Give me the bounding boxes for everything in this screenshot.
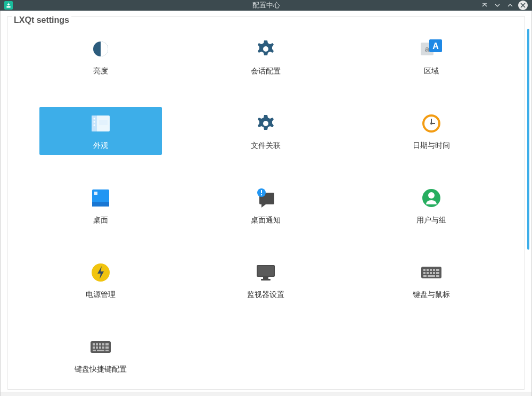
settings-item-datetime[interactable]: 日期与时间 <box>370 107 493 155</box>
power-icon <box>88 260 113 285</box>
keyboard-icon <box>88 335 113 359</box>
svg-rect-46 <box>436 272 439 274</box>
settings-group: LXQt settings 亮度会话配置aA区域外观文件关联日期与时间桌面桌面通… <box>7 16 525 390</box>
svg-rect-49 <box>436 275 439 277</box>
window-body: LXQt settings 亮度会话配置aA区域外观文件关联日期与时间桌面桌面通… <box>0 11 532 396</box>
settings-item-keyboard-mouse[interactable]: 键盘与鼠标 <box>370 256 493 304</box>
settings-item-label: 区域 <box>424 67 439 76</box>
svg-point-13 <box>94 125 95 126</box>
app-icon <box>3 0 14 11</box>
svg-rect-60 <box>105 346 109 349</box>
desktop-icon <box>88 186 113 210</box>
svg-point-16 <box>263 121 268 126</box>
monitor-icon <box>253 260 278 285</box>
svg-rect-44 <box>430 272 432 274</box>
svg-rect-58 <box>99 346 101 349</box>
keyboard-icon <box>419 260 444 285</box>
settings-item-label: 用户与组 <box>416 216 446 225</box>
svg-rect-62 <box>97 350 104 351</box>
svg-rect-55 <box>105 343 109 345</box>
window-close-button[interactable] <box>518 1 528 10</box>
settings-item-label: 会话配置 <box>251 67 281 76</box>
settings-item-label: 桌面 <box>93 216 108 225</box>
group-title: LXQt settings <box>12 15 71 25</box>
svg-rect-40 <box>433 269 435 271</box>
settings-item-monitor[interactable]: 监视器设置 <box>204 256 327 304</box>
svg-text:a: a <box>425 44 430 53</box>
svg-rect-51 <box>93 343 95 345</box>
svg-rect-57 <box>96 346 98 349</box>
window-controls <box>480 1 532 10</box>
svg-point-30 <box>428 192 435 199</box>
svg-rect-33 <box>258 266 274 276</box>
svg-point-28 <box>261 194 262 195</box>
titlebar: 配置中心 <box>0 0 532 11</box>
svg-rect-59 <box>102 346 104 349</box>
svg-rect-42 <box>423 272 425 274</box>
svg-rect-61 <box>93 350 96 351</box>
appearance-icon <box>88 111 113 136</box>
settings-item-desktop[interactable]: 桌面 <box>39 182 162 229</box>
brightness-icon <box>88 37 113 61</box>
svg-rect-54 <box>102 343 104 345</box>
settings-item-users[interactable]: 用户与组 <box>370 182 493 229</box>
settings-item-appearance[interactable]: 外观 <box>39 107 162 155</box>
svg-rect-52 <box>96 343 98 345</box>
shade-button[interactable] <box>480 1 489 10</box>
settings-item-label: 文件关联 <box>251 141 281 151</box>
svg-point-21 <box>430 122 432 125</box>
svg-rect-23 <box>92 202 109 207</box>
minimize-button[interactable] <box>493 1 502 10</box>
svg-text:A: A <box>432 42 439 51</box>
svg-rect-48 <box>428 275 435 277</box>
svg-rect-43 <box>427 272 429 274</box>
settings-item-label: 日期与时间 <box>413 141 450 151</box>
dialog-footer: ✕ Close <box>1 392 531 396</box>
settings-item-locale[interactable]: aA区域 <box>370 32 493 80</box>
svg-rect-45 <box>433 272 435 274</box>
vertical-scrollbar[interactable] <box>527 29 529 385</box>
svg-rect-14 <box>99 120 108 125</box>
clock-icon <box>419 111 444 136</box>
gear-icon <box>253 37 278 61</box>
content-area: LXQt settings 亮度会话配置aA区域外观文件关联日期与时间桌面桌面通… <box>1 11 531 392</box>
settings-item-label: 键盘与鼠标 <box>413 290 450 300</box>
svg-rect-37 <box>423 269 425 271</box>
window-title: 配置中心 <box>0 1 532 10</box>
scrollbar-thumb[interactable] <box>527 29 529 250</box>
settings-item-session[interactable]: 会话配置 <box>204 32 327 80</box>
settings-item-label: 电源管理 <box>86 290 116 300</box>
locale-icon: aA <box>419 37 444 61</box>
maximize-button[interactable] <box>505 1 515 10</box>
svg-point-4 <box>263 46 268 52</box>
svg-rect-39 <box>430 269 432 271</box>
svg-rect-53 <box>99 343 101 345</box>
svg-rect-56 <box>93 346 95 349</box>
notification-icon <box>253 186 278 210</box>
svg-rect-38 <box>427 269 429 271</box>
settings-item-label: 桌面通知 <box>251 216 281 225</box>
settings-item-label: 键盘快捷键配置 <box>75 365 127 374</box>
user-icon <box>419 186 444 210</box>
svg-point-12 <box>94 121 95 123</box>
settings-item-shortcuts[interactable]: 键盘快捷键配置 <box>39 331 162 378</box>
settings-grid: 亮度会话配置aA区域外观文件关联日期与时间桌面桌面通知用户与组电源管理监视器设置… <box>39 29 493 378</box>
settings-item-power[interactable]: 电源管理 <box>39 256 162 304</box>
svg-rect-24 <box>94 192 97 195</box>
svg-rect-35 <box>261 279 271 280</box>
svg-rect-34 <box>263 277 268 279</box>
svg-rect-63 <box>105 350 109 351</box>
svg-rect-41 <box>436 269 439 271</box>
settings-item-file-assoc[interactable]: 文件关联 <box>204 107 327 155</box>
svg-rect-27 <box>261 190 262 193</box>
settings-item-label: 外观 <box>93 141 108 151</box>
svg-point-11 <box>94 118 95 120</box>
settings-item-label: 监视器设置 <box>247 290 284 300</box>
gear-icon <box>253 111 278 136</box>
svg-rect-47 <box>423 275 427 277</box>
settings-item-brightness[interactable]: 亮度 <box>39 32 162 80</box>
settings-item-notifications[interactable]: 桌面通知 <box>204 182 327 229</box>
settings-item-label: 亮度 <box>93 67 108 76</box>
